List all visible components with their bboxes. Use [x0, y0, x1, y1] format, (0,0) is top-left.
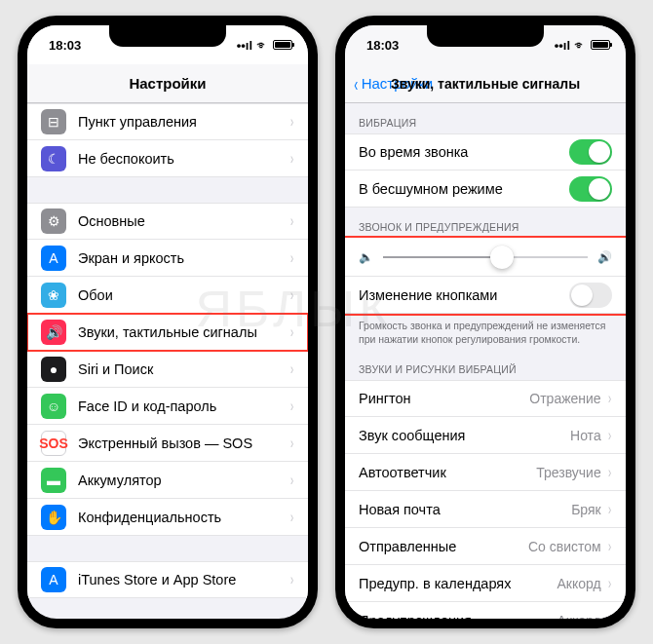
screen-right: 18:03 ••ıl ᯤ ‹ Настройки Звуки, тактильн…: [345, 25, 626, 619]
sound-row-ringtone[interactable]: РингтонОтражение›: [345, 380, 626, 417]
row-label: Изменение кнопками: [359, 287, 569, 303]
row-detail: Отражение: [529, 391, 600, 406]
settings-row-privacy[interactable]: ✋Конфиденциальность›: [27, 499, 308, 536]
chevron-right-icon: ›: [608, 612, 611, 619]
wifi-icon: ᯤ: [256, 38, 269, 53]
nav-header: ‹ Настройки Звуки, тактильные сигналы: [345, 64, 626, 103]
row-label: Во время звонка: [359, 144, 569, 160]
slider-thumb[interactable]: [490, 246, 514, 269]
chevron-right-icon: ›: [290, 435, 293, 452]
signal-icon: ••ıl: [555, 38, 570, 53]
toggle-change-buttons[interactable]: [569, 283, 612, 308]
row-label: Siri и Поиск: [78, 361, 289, 377]
notch: [109, 25, 226, 47]
page-title: Настройки: [27, 75, 308, 92]
volume-slider[interactable]: [383, 256, 588, 258]
siri-search-icon: ●: [41, 357, 66, 382]
row-label: В бесшумном режиме: [359, 181, 569, 197]
settings-row-siri-search[interactable]: ●Siri и Поиск›: [27, 351, 308, 388]
emergency-sos-icon: SOS: [41, 431, 66, 456]
row-label: Основные: [78, 213, 289, 229]
signal-icon: ••ıl: [237, 38, 252, 53]
status-indicators: ••ıl ᯤ: [237, 38, 292, 53]
sound-row-new-mail[interactable]: Новая почтаБряк›: [345, 491, 626, 528]
chevron-right-icon: ›: [290, 398, 293, 415]
vibrate-on-ring-row[interactable]: Во время звонка: [345, 133, 626, 170]
row-label: Конфиденциальность: [78, 510, 289, 525]
chevron-right-icon: ›: [608, 501, 611, 518]
chevron-right-icon: ›: [290, 212, 293, 230]
status-time: 18:03: [49, 38, 81, 53]
row-label: Звук сообщения: [359, 428, 570, 443]
chevron-right-icon: ›: [290, 509, 293, 526]
row-label: iTunes Store и App Store: [78, 572, 289, 587]
settings-row-display-brightness[interactable]: AЭкран и яркость›: [27, 240, 308, 277]
back-button[interactable]: ‹ Настройки: [353, 74, 433, 94]
chevron-right-icon: ›: [608, 390, 611, 407]
change-with-buttons-row[interactable]: Изменение кнопками: [345, 277, 626, 314]
chevron-right-icon: ›: [290, 286, 293, 304]
settings-row-sounds-haptics[interactable]: 🔊Звуки, тактильные сигналы›: [27, 314, 308, 351]
row-label: Новая почта: [359, 502, 571, 517]
group-gap: [27, 177, 308, 203]
row-detail: Со свистом: [528, 539, 601, 554]
settings-list[interactable]: ⊟Пункт управления›☾Не беспокоить›⚙Основн…: [27, 103, 308, 619]
status-time: 18:03: [366, 38, 399, 53]
chevron-right-icon: ›: [608, 464, 611, 481]
row-label: Аккумулятор: [78, 473, 289, 488]
sound-row-reminder-alerts[interactable]: ПредупрежденияАккорд›: [345, 602, 626, 619]
settings-row-faceid-passcode[interactable]: ☺Face ID и код-пароль›: [27, 388, 308, 425]
toggle-vibrate-ring[interactable]: [569, 139, 612, 165]
vibrate-on-silent-row[interactable]: В бесшумном режиме: [345, 170, 626, 208]
status-indicators: ••ıl ᯤ: [555, 38, 610, 53]
sound-row-sent-mail[interactable]: ОтправленныеСо свистом›: [345, 528, 626, 565]
settings-row-control-center[interactable]: ⊟Пункт управления›: [27, 103, 308, 140]
privacy-icon: ✋: [41, 505, 66, 530]
settings-row-emergency-sos[interactable]: SOSЭкстренный вызов — SOS›: [27, 425, 308, 462]
phone-frame-right: 18:03 ••ıl ᯤ ‹ Настройки Звуки, тактильн…: [335, 16, 635, 628]
settings-row-itunes-appstore[interactable]: AiTunes Store и App Store›: [27, 561, 308, 598]
row-label: Автоответчик: [359, 465, 536, 480]
sound-row-text-tone[interactable]: Звук сообщенияНота›: [345, 417, 626, 454]
chevron-right-icon: ›: [608, 575, 611, 592]
chevron-left-icon: ‹: [354, 74, 358, 94]
chevron-right-icon: ›: [290, 472, 293, 489]
phone-frame-left: 18:03 ••ıl ᯤ Настройки ⊟Пункт управления…: [18, 16, 318, 628]
faceid-passcode-icon: ☺: [41, 394, 66, 419]
row-detail: Бряк: [571, 502, 601, 517]
chevron-right-icon: ›: [290, 323, 293, 341]
row-label: Обои: [78, 287, 289, 303]
row-label: Пункт управления: [78, 114, 289, 130]
toggle-vibrate-silent[interactable]: [569, 176, 612, 202]
row-label: Отправленные: [359, 539, 528, 554]
back-label: Настройки: [362, 75, 434, 92]
volume-high-icon: 🔊: [597, 250, 612, 264]
row-label: Face ID и код-пароль: [78, 398, 289, 414]
row-detail: Аккорд: [557, 613, 601, 619]
volume-slider-row[interactable]: 🔈 🔊: [345, 238, 626, 277]
volume-low-icon: 🔈: [359, 250, 373, 264]
row-detail: Нота: [570, 428, 601, 443]
control-center-icon: ⊟: [41, 109, 66, 134]
settings-row-battery[interactable]: ▬Аккумулятор›: [27, 462, 308, 499]
sounds-settings[interactable]: ВИБРАЦИЯ Во время звонка В бесшумном реж…: [345, 103, 626, 619]
settings-row-wallpaper[interactable]: ❀Обои›: [27, 277, 308, 314]
row-label: Экстренный вызов — SOS: [78, 436, 289, 451]
settings-row-do-not-disturb[interactable]: ☾Не беспокоить›: [27, 140, 308, 177]
wifi-icon: ᯤ: [574, 38, 587, 53]
chevron-right-icon: ›: [290, 113, 293, 131]
row-label: Не беспокоить: [78, 151, 289, 167]
row-label: Предупр. в календарях: [359, 576, 557, 591]
nav-header: Настройки: [27, 64, 308, 103]
chevron-right-icon: ›: [290, 249, 293, 267]
row-label: Звуки, тактильные сигналы: [78, 324, 289, 340]
sound-row-voicemail[interactable]: АвтоответчикТрезвучие›: [345, 454, 626, 491]
group-header-vibration: ВИБРАЦИЯ: [345, 103, 626, 133]
group-gap: [27, 598, 308, 619]
row-detail: Трезвучие: [536, 465, 600, 480]
settings-row-general[interactable]: ⚙Основные›: [27, 203, 308, 240]
itunes-appstore-icon: A: [41, 567, 66, 592]
sound-row-calendar-alerts[interactable]: Предупр. в календаряхАккорд›: [345, 565, 626, 602]
chevron-right-icon: ›: [608, 427, 611, 444]
ringer-footer: Громкость звонка и предупреждений не изм…: [345, 314, 626, 350]
